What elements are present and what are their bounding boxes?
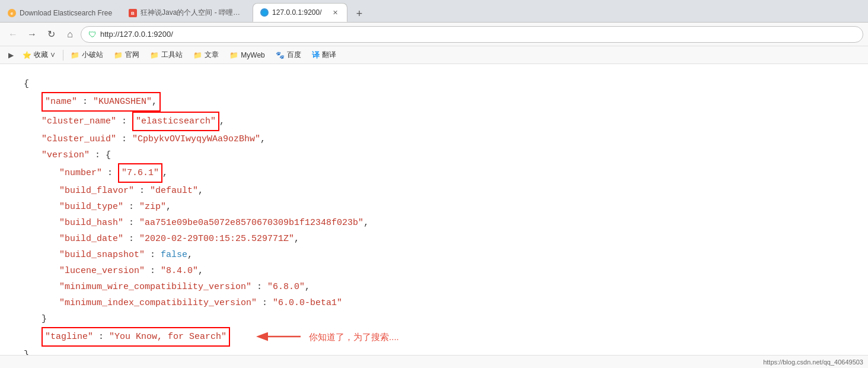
bookmark-label-article: 文章 bbox=[205, 50, 219, 60]
tagline-value: "You Know, for Search" bbox=[109, 332, 226, 342]
lucene-version-value: "8.4.0" bbox=[161, 266, 198, 276]
build-date-value: "2020-02-29T00:15:25.529771Z" bbox=[139, 234, 294, 244]
name-key: "name" bbox=[45, 97, 77, 107]
tab-bar: e Download Elasticsearch Free B 狂神说Java的… bbox=[0, 0, 868, 23]
json-cluster-uuid-line: "cluster_uuid" : "CpbykvOVIwyqyWAa9ozBhw… bbox=[24, 131, 844, 147]
min-wire-value: "6.8.0" bbox=[267, 282, 305, 292]
folder-icon-2: 📁 bbox=[114, 51, 123, 59]
json-build-snapshot-line: "build_snapshot" : false, bbox=[24, 247, 844, 263]
folder-icon-5: 📁 bbox=[229, 51, 238, 59]
browser-window: e Download Elasticsearch Free B 狂神说Java的… bbox=[0, 0, 868, 368]
json-build-date-line: "build_date" : "2020-02-29T00:15:25.5297… bbox=[24, 231, 844, 247]
bookmark-label-translate: 翻译 bbox=[322, 50, 336, 60]
build-hash-key: "build_hash" bbox=[59, 218, 123, 228]
build-flavor-key: "build_flavor" bbox=[59, 186, 134, 196]
tab-close-button[interactable]: ✕ bbox=[330, 8, 340, 17]
bookmark-toolsite[interactable]: 📁 工具站 bbox=[145, 49, 187, 61]
status-url: https://blog.csdn.net/qq_40649503 bbox=[763, 359, 863, 366]
address-text: http://127.0.0.1:9200/ bbox=[100, 30, 856, 39]
annotation-container: 你知道了，为了搜索.... bbox=[253, 328, 399, 345]
min-index-key: "minimum_index_compatibility_version" bbox=[59, 298, 257, 308]
tab-title-local: 127.0.0.1:9200/ bbox=[272, 8, 327, 17]
bookmark-label-favorites: 收藏 ∨ bbox=[34, 50, 56, 60]
build-date-key: "build_date" bbox=[59, 234, 123, 244]
min-index-value: "6.0.0-beta1" bbox=[273, 298, 342, 308]
number-key: "number" bbox=[59, 168, 102, 178]
json-version-line: "version" : { bbox=[24, 147, 844, 163]
lucene-version-key: "lucene_version" bbox=[59, 266, 145, 276]
bookmark-separator-1 bbox=[63, 50, 63, 61]
build-snapshot-value: false bbox=[161, 250, 187, 260]
build-type-value: "zip" bbox=[139, 202, 166, 212]
nav-bar: ← → ↻ ⌂ 🛡 http://127.0.0.1:9200/ bbox=[0, 23, 868, 46]
json-content: { "name" : "KUANGSHEN", "cluster_name" :… bbox=[24, 76, 844, 355]
bookmarks-bar: ▶ ⭐ 收藏 ∨ 📁 小破站 📁 官网 📁 工具站 📁 文章 📁 MyWeb 🐾 bbox=[0, 46, 868, 64]
json-number-line: "number" : "7.6.1" , bbox=[24, 163, 844, 183]
json-name-line: "name" : "KUANGSHEN", bbox=[24, 92, 844, 112]
tab-cnblog[interactable]: B 狂神说Java的个人空间 - 哔哩哔... bbox=[121, 3, 251, 22]
annotation-arrow bbox=[253, 328, 307, 345]
json-build-type-line: "build_type" : "zip", bbox=[24, 199, 844, 215]
folder-icon-1: 📁 bbox=[71, 51, 79, 59]
tab-favicon-local: 🌐 bbox=[260, 8, 269, 17]
bookmark-guanwang[interactable]: 📁 官网 bbox=[109, 49, 144, 61]
tab-title-elastic: Download Elasticsearch Free bbox=[20, 9, 112, 17]
address-bar[interactable]: 🛡 http://127.0.0.1:9200/ bbox=[81, 26, 863, 43]
tab-local[interactable]: 🌐 127.0.0.1:9200/ ✕ bbox=[253, 3, 347, 22]
json-open-brace: { bbox=[24, 76, 844, 92]
cluster-uuid-value: "CpbykvOVIwyqyWAa9ozBhw" bbox=[132, 134, 260, 144]
json-tagline-line: "tagline" : "You Know, for Search" bbox=[24, 327, 844, 347]
cn-sep: : bbox=[122, 116, 132, 126]
reload-button[interactable]: ↻ bbox=[43, 26, 59, 43]
name-separator: : bbox=[82, 97, 93, 107]
annotation-text: 你知道了，为了搜索.... bbox=[309, 329, 399, 345]
home-button[interactable]: ⌂ bbox=[62, 26, 78, 43]
cluster-name-value: "elasticsearch" bbox=[136, 116, 216, 126]
tab-title-cnblog: 狂神说Java的个人空间 - 哔哩哔... bbox=[141, 8, 244, 18]
bookmark-label-guanwang: 官网 bbox=[125, 50, 139, 60]
number-highlight-box: "7.6.1" bbox=[118, 163, 162, 183]
new-tab-button[interactable]: + bbox=[351, 5, 368, 22]
bookmark-label-xiaopozhan: 小破站 bbox=[82, 50, 103, 60]
bookmark-label-myweb: MyWeb bbox=[241, 51, 264, 59]
bookmarks-toggle[interactable]: ▶ bbox=[5, 49, 17, 61]
bookmark-label-toolsite: 工具站 bbox=[161, 50, 183, 60]
tab-elastic[interactable]: e Download Elasticsearch Free bbox=[0, 3, 120, 22]
min-wire-key: "minimum_wire_compatibility_version" bbox=[59, 282, 251, 292]
bookmark-favorites[interactable]: ⭐ 收藏 ∨ bbox=[18, 49, 60, 61]
forward-button[interactable]: → bbox=[24, 26, 40, 43]
number-value: "7.6.1" bbox=[122, 168, 159, 178]
status-bar: https://blog.csdn.net/qq_40649503 bbox=[0, 355, 868, 368]
bookmark-baidu[interactable]: 🐾 百度 bbox=[271, 49, 306, 61]
content-area: { "name" : "KUANGSHEN", "cluster_name" :… bbox=[0, 64, 868, 355]
tagline-highlight-box: "tagline" : "You Know, for Search" bbox=[42, 327, 230, 347]
svg-text:B: B bbox=[131, 11, 135, 16]
cluster-name-highlight-box: "elasticsearch" bbox=[132, 112, 219, 131]
build-flavor-value: "default" bbox=[150, 186, 198, 196]
tab-favicon-cnblog: B bbox=[129, 9, 137, 17]
cluster-uuid-key: "cluster_uuid" bbox=[42, 134, 116, 144]
json-close-brace: } bbox=[24, 347, 844, 355]
bookmark-label-baidu: 百度 bbox=[287, 50, 301, 60]
bookmark-translate[interactable]: 译 翻译 bbox=[307, 49, 341, 62]
favorites-icon: ⭐ bbox=[23, 51, 31, 59]
back-button[interactable]: ← bbox=[5, 26, 21, 43]
json-lucene-version-line: "lucene_version" : "8.4.0", bbox=[24, 263, 844, 279]
translate-icon: 译 bbox=[312, 50, 320, 61]
json-version-close: } bbox=[24, 311, 844, 327]
bookmark-xiaopozhan[interactable]: 📁 小破站 bbox=[66, 49, 108, 61]
version-key: "version" bbox=[42, 150, 90, 160]
build-snapshot-key: "build_snapshot" bbox=[59, 250, 145, 260]
json-min-index-line: "minimum_index_compatibility_version" : … bbox=[24, 295, 844, 311]
security-shield-icon: 🛡 bbox=[88, 30, 97, 39]
svg-text:e: e bbox=[11, 11, 14, 16]
tab-favicon-elastic: e bbox=[8, 9, 16, 17]
build-type-key: "build_type" bbox=[59, 202, 123, 212]
bookmark-myweb[interactable]: 📁 MyWeb bbox=[225, 50, 269, 61]
name-highlight-box: "name" : "KUANGSHEN", bbox=[42, 92, 161, 112]
baidu-icon: 🐾 bbox=[276, 51, 285, 59]
svg-text:🌐: 🌐 bbox=[262, 10, 267, 15]
folder-icon-4: 📁 bbox=[193, 51, 202, 59]
bookmark-article[interactable]: 📁 文章 bbox=[189, 49, 224, 61]
json-cluster-name-line: "cluster_name" : "elasticsearch" , bbox=[24, 112, 844, 131]
